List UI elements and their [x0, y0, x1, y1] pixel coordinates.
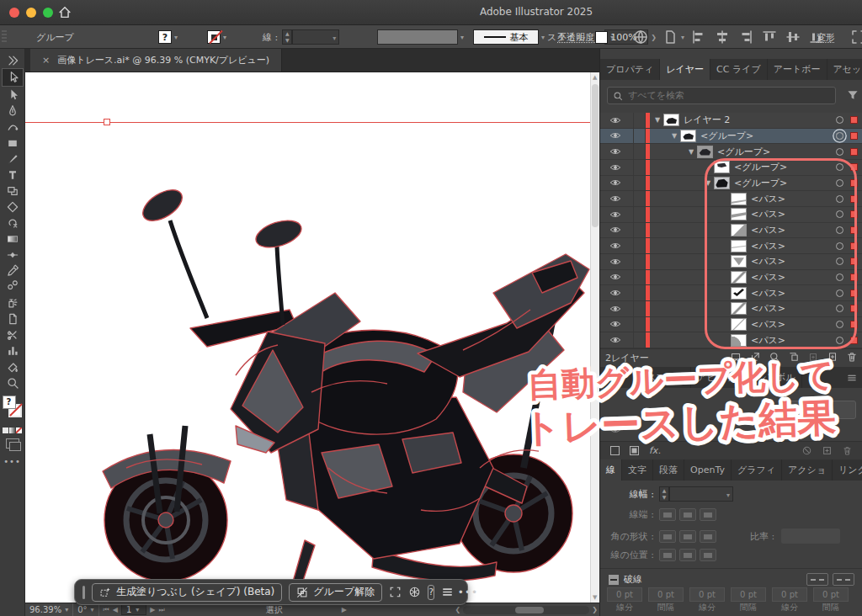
scissors-tool[interactable]: [2, 327, 24, 343]
layer-row[interactable]: <パス>: [600, 207, 862, 223]
fill-color-control[interactable]: ?▾: [158, 25, 180, 49]
stroke-box-icon[interactable]: [610, 446, 620, 455]
layer-label[interactable]: <パス>: [751, 255, 785, 268]
stroke-weight-dropdown[interactable]: ▾: [292, 29, 339, 45]
generative-fill-button[interactable]: 生成塗りつぶし (シェイプ) (Beta): [92, 583, 282, 602]
layer-thumbnail[interactable]: [731, 302, 747, 315]
export-button[interactable]: [749, 351, 761, 365]
stroke-color-control[interactable]: ▾: [207, 25, 229, 49]
duplicate-icon[interactable]: [822, 445, 833, 456]
selection-square[interactable]: [850, 163, 858, 171]
visibility-eye-icon[interactable]: [600, 191, 634, 206]
weight-dropdown[interactable]: ▾: [669, 486, 733, 502]
target-circle[interactable]: [836, 305, 843, 312]
new-sublayer-button[interactable]: [807, 351, 819, 365]
selection-square[interactable]: [850, 289, 858, 297]
search-input[interactable]: [628, 90, 830, 101]
obscured-dropdown[interactable]: [784, 401, 856, 419]
transform-link[interactable]: 変形: [817, 25, 835, 49]
layer-label[interactable]: <パス>: [751, 208, 785, 220]
layer-thumbnail[interactable]: [731, 334, 747, 347]
color-button[interactable]: [3, 427, 8, 433]
locate-object-button[interactable]: [730, 351, 742, 365]
layer-row[interactable]: <パス>: [600, 223, 862, 239]
visibility-eye-icon[interactable]: [600, 207, 634, 222]
ratio-field[interactable]: [781, 528, 840, 544]
target-circle[interactable]: [836, 242, 843, 250]
expand-chevron-icon[interactable]: ▼: [668, 132, 680, 140]
layer-label[interactable]: <パス>: [751, 240, 785, 252]
layer-label[interactable]: <グループ>: [734, 177, 787, 189]
layer-label[interactable]: <グループ>: [734, 161, 787, 173]
filter-funnel-icon[interactable]: [846, 88, 859, 102]
draw-mode-button[interactable]: [6, 438, 19, 449]
dash-field[interactable]: 0 pt間隔: [813, 587, 849, 613]
target-circle[interactable]: [836, 163, 843, 171]
expand-chevron-icon[interactable]: ▼: [652, 116, 663, 124]
align-top-button[interactable]: [761, 29, 778, 45]
visibility-eye-icon[interactable]: [600, 254, 634, 269]
width-tool[interactable]: [2, 247, 24, 263]
panel-bottom-tab[interactable]: リンク: [833, 459, 862, 481]
collect-for-export-button[interactable]: [788, 351, 800, 365]
clear-appearance-icon[interactable]: [801, 445, 812, 456]
align-left-button[interactable]: [690, 29, 707, 45]
panel-middle-tab[interactable]: 変形: [600, 367, 631, 388]
align-right-button[interactable]: [737, 29, 754, 45]
visibility-eye-icon[interactable]: [600, 270, 634, 285]
selection-square[interactable]: [850, 273, 858, 281]
target-circle[interactable]: [836, 226, 843, 234]
visibility-eye-icon[interactable]: [600, 223, 634, 238]
lock-cell[interactable]: [634, 207, 646, 222]
help-button[interactable]: ?: [428, 585, 434, 600]
align-middle-button[interactable]: [785, 29, 801, 45]
delete-layer-button[interactable]: [846, 351, 858, 365]
align-inside-button[interactable]: [679, 549, 696, 561]
search-layers-button[interactable]: [769, 351, 780, 365]
next-artboard-button[interactable]: ▶: [150, 606, 155, 613]
layer-thumbnail[interactable]: [731, 193, 747, 205]
miter-join-button[interactable]: [659, 530, 676, 543]
new-layer-button[interactable]: [827, 351, 838, 365]
visibility-eye-icon[interactable]: [600, 317, 634, 332]
canvas-vertical-scrollbar[interactable]: ▲ ▼: [590, 72, 599, 603]
panel-middle-tab[interactable]: アピアラン: [691, 367, 751, 388]
panel-middle-tab[interactable]: パスファイ: [631, 367, 691, 388]
layer-row[interactable]: <パス>: [600, 270, 862, 286]
panel-bottom-tab[interactable]: 文字: [622, 459, 653, 481]
visibility-eye-icon[interactable]: [600, 176, 634, 191]
panel-top-tab[interactable]: レイヤー: [660, 59, 710, 80]
eyedropper-tool[interactable]: [2, 263, 24, 279]
toolbar-expand[interactable]: [2, 52, 24, 68]
scroll-down-icon[interactable]: ▼: [593, 594, 597, 601]
recolor-icon[interactable]: [408, 585, 421, 600]
layer-row[interactable]: <パス>: [600, 285, 862, 301]
fill-stroke-indicator[interactable]: ?: [2, 396, 24, 424]
selection-square[interactable]: [850, 226, 858, 234]
selection-square[interactable]: [850, 258, 858, 265]
scroll-up-icon[interactable]: ▲: [593, 74, 597, 81]
selection-square[interactable]: [850, 321, 858, 328]
panel-bottom-tab[interactable]: OpenTy: [684, 459, 732, 481]
stroke-swatch[interactable]: [207, 30, 221, 44]
layer-label[interactable]: レイヤー 2: [684, 114, 730, 126]
round-join-button[interactable]: [679, 530, 696, 543]
edit-toolbar-button[interactable]: •••: [3, 457, 21, 466]
rectangle-tool[interactable]: [2, 135, 24, 151]
layer-row[interactable]: <パス>: [600, 301, 862, 317]
controlbar-grip[interactable]: [2, 30, 7, 44]
expand-chevron-icon[interactable]: ▼: [685, 148, 697, 156]
width-profile-control[interactable]: ▾: [377, 25, 466, 49]
layer-row[interactable]: ▼<グループ>: [600, 176, 862, 192]
layer-label[interactable]: <パス>: [751, 224, 785, 236]
panel-top-tab[interactable]: アートボー: [768, 59, 827, 80]
width-profile-swatch[interactable]: [377, 29, 458, 45]
last-artboard-button[interactable]: ⏭: [158, 606, 164, 614]
brush-control[interactable]: 基本▾: [473, 25, 547, 49]
layer-thumbnail[interactable]: [714, 177, 730, 189]
canvas[interactable]: ▲ ▼: [25, 72, 599, 603]
selection-tool[interactable]: [2, 68, 24, 87]
stroke-weight-stepper[interactable]: ▲▼: [282, 29, 292, 45]
ungroup-button[interactable]: グループ解除: [289, 583, 382, 602]
lock-cell[interactable]: [634, 160, 646, 175]
